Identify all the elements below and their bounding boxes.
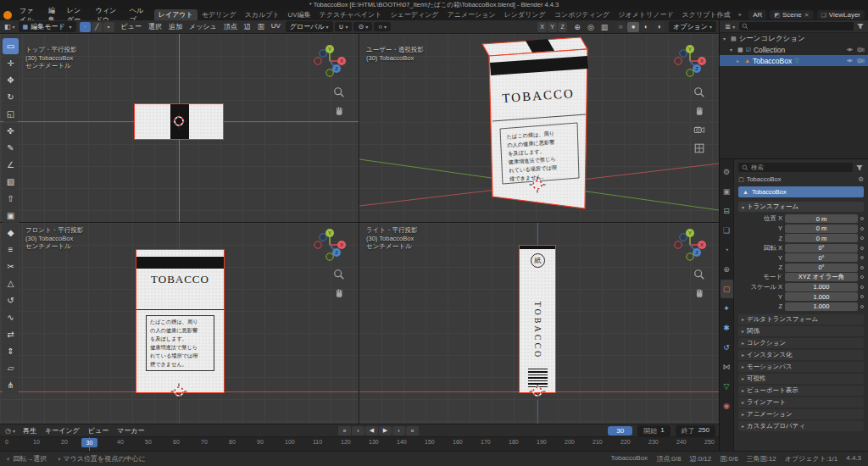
zoom-icon[interactable]: [693, 86, 705, 98]
disable-render-camera-icon[interactable]: [857, 46, 865, 53]
tool-button[interactable]: ↻: [3, 89, 19, 105]
editor-type-timeline-icon[interactable]: ◷▾: [3, 427, 17, 435]
tool-button[interactable]: ∿: [3, 309, 19, 325]
camera-view-icon[interactable]: [693, 124, 705, 136]
collapsed-panel-header[interactable]: ▸ ラインアート: [738, 397, 864, 408]
snap-dropdown[interactable]: ∪▾: [335, 22, 353, 31]
playback-button[interactable]: ◀: [365, 426, 378, 435]
timeline-menu-item[interactable]: キーイング: [41, 426, 84, 435]
mirror-axis-toggle[interactable]: Y: [548, 22, 557, 32]
filter-icon[interactable]: [855, 164, 864, 172]
current-frame-field[interactable]: 30: [608, 426, 632, 435]
viewport-menu-item[interactable]: メッシュ: [186, 22, 220, 31]
add-workspace-button[interactable]: +: [735, 11, 746, 19]
proportional-edit-dropdown[interactable]: ○▾: [374, 22, 391, 31]
viewport-right[interactable]: 紙 TOBACCO ライト・平行投影 (30) TobaccoBox センチメー…: [359, 223, 719, 424]
tool-button[interactable]: ▭: [3, 38, 19, 54]
workspace-tab[interactable]: テクスチャペイント: [315, 9, 387, 20]
tab-modifiers[interactable]: ✦: [721, 299, 733, 318]
playback-button[interactable]: «: [338, 426, 351, 435]
collapsed-panel-header[interactable]: ▸ アニメーション: [738, 409, 864, 419]
tool-button[interactable]: ▣: [3, 208, 19, 224]
ar-indicator[interactable]: AR: [748, 10, 766, 19]
outliner-row-scene-collection[interactable]: ▾ ▤ シーンコレクション: [720, 33, 868, 44]
transform-panel-header[interactable]: ▾ トランスフォーム: [738, 202, 864, 212]
property-value-field[interactable]: 0 m: [785, 234, 858, 242]
animate-property-button[interactable]: [860, 305, 864, 308]
property-value-field[interactable]: 1.000: [785, 302, 858, 311]
playback-button[interactable]: ‹: [352, 426, 364, 435]
tab-output[interactable]: ⊟: [721, 202, 733, 220]
blender-logo-icon[interactable]: [3, 11, 12, 19]
object-name-field[interactable]: ▲ TobaccoBox: [738, 186, 864, 197]
playhead-badge[interactable]: 30: [81, 438, 97, 447]
playback-button[interactable]: ▶: [379, 426, 392, 435]
animate-property-button[interactable]: [860, 275, 864, 279]
workspace-tab[interactable]: モデリング: [198, 9, 241, 20]
tool-button[interactable]: ∠: [3, 157, 19, 173]
tool-button[interactable]: ⋔: [3, 377, 19, 393]
viewport-menu-item[interactable]: 辺: [241, 22, 254, 31]
animate-property-button[interactable]: [860, 227, 864, 230]
hide-eye-icon[interactable]: [846, 57, 854, 64]
viewport-top[interactable]: トップ・平行投影 (30) TobaccoBox センチメートル: [0, 34, 359, 222]
tool-button[interactable]: ✛: [3, 55, 19, 71]
tool-button[interactable]: ≡: [3, 241, 19, 258]
collection-checkbox[interactable]: ☑: [746, 47, 751, 53]
animate-property-button[interactable]: [860, 236, 864, 240]
zoom-icon[interactable]: [693, 269, 705, 280]
solid-shading-button[interactable]: ●: [627, 22, 639, 32]
viewport-front[interactable]: TOBACCO たばこの煙は、周り の人の健康に悪影響 を及ぼします。 健康増進…: [0, 223, 359, 424]
animate-property-button[interactable]: [860, 266, 864, 269]
tool-button[interactable]: ▱: [3, 360, 19, 376]
mirror-axis-toggle[interactable]: Z: [558, 22, 567, 32]
mode-selector[interactable]: ▦ 編集モード ▾: [19, 21, 76, 32]
viewport-user-perspective[interactable]: TOBACCO たばこの煙は、周り の人の健康に悪影響 を及ぼします。 健康増進…: [359, 34, 719, 222]
viewport-menu-item[interactable]: 選択: [145, 22, 165, 31]
tab-particles[interactable]: ✱: [721, 319, 733, 337]
outliner-row-tobaccobox[interactable]: ▸ ▲ TobaccoBox ▽: [720, 55, 868, 66]
viewport-menu-item[interactable]: 面: [254, 22, 268, 31]
pivot-point-dropdown[interactable]: ⊙▾: [353, 22, 372, 31]
tab-object[interactable]: ▢: [721, 280, 733, 298]
tool-button[interactable]: ⇄: [3, 326, 19, 342]
edge-select-button[interactable]: ╱: [92, 22, 103, 32]
timeline-menu-item[interactable]: ビュー: [84, 426, 113, 435]
property-value-field[interactable]: 0°: [785, 244, 858, 252]
tool-button[interactable]: ✂: [3, 258, 19, 275]
workspace-tab[interactable]: スカルプト: [241, 9, 284, 20]
tool-button[interactable]: ✜: [3, 123, 19, 139]
expand-icon[interactable]: ▾: [730, 47, 735, 53]
tab-world[interactable]: ⊕: [721, 260, 733, 279]
wireframe-shading-button[interactable]: ○: [615, 22, 626, 32]
animate-property-button[interactable]: [860, 247, 864, 250]
workspace-tab[interactable]: シェーディング: [386, 9, 442, 20]
workspace-tab[interactable]: ジオメトリノード: [614, 9, 677, 20]
animate-property-button[interactable]: [860, 295, 864, 298]
tab-scene[interactable]: ◔: [721, 241, 733, 259]
timeline-menu-item[interactable]: マーカー: [113, 426, 148, 435]
rendered-shading-button[interactable]: ◑: [653, 22, 665, 32]
property-value-field[interactable]: 1.000: [785, 292, 858, 301]
workspace-tab[interactable]: コンポジティング: [550, 9, 615, 20]
zoom-icon[interactable]: [333, 269, 345, 280]
tool-button[interactable]: ⇧: [3, 191, 19, 207]
property-value-field[interactable]: 0 m: [785, 225, 858, 233]
navigation-gizmo[interactable]: [671, 42, 709, 80]
close-icon[interactable]: ✕: [804, 12, 810, 19]
tool-button[interactable]: ◆: [3, 225, 19, 241]
pan-hand-icon[interactable]: [333, 105, 345, 117]
property-value-field[interactable]: XYZ オイラー角: [785, 273, 858, 281]
viewport-menu-item[interactable]: 追加: [165, 22, 186, 31]
show-gizmo-toggle[interactable]: ⊕: [571, 23, 583, 31]
zoom-icon[interactable]: [333, 86, 345, 98]
collapsed-panel-header[interactable]: ▸ ビューポート表示: [738, 386, 864, 396]
workspace-tab[interactable]: UV編集: [284, 9, 315, 20]
expand-icon[interactable]: ▸: [737, 58, 742, 64]
disable-render-camera-icon[interactable]: [857, 57, 865, 64]
tool-button[interactable]: △: [3, 275, 19, 291]
mirror-axis-toggle[interactable]: X: [537, 22, 547, 32]
navigation-gizmo[interactable]: [311, 226, 348, 264]
toggle-grid-icon[interactable]: [693, 142, 705, 154]
tab-render[interactable]: ▣: [721, 182, 733, 201]
